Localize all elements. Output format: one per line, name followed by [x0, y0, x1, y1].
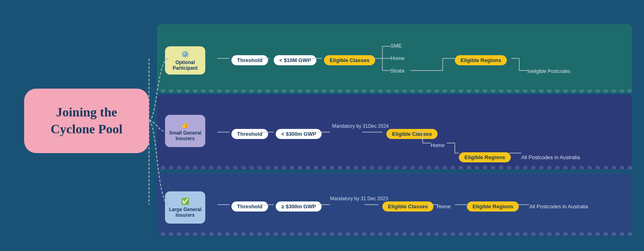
small-mandatory-text: Mandatory by 31Dec 2024: [332, 123, 389, 130]
title-box: Joining the Cyclone Pool: [24, 89, 149, 153]
optional-class-strata: Strata: [390, 68, 405, 74]
optional-eligible-classes-pill: Eligible Classes: [324, 55, 375, 65]
small-eligible-classes-pill: Eligible Classes: [386, 129, 438, 139]
large-eligible-regions-pill: Eligible Regions: [467, 201, 519, 212]
large-icon: ✅: [181, 197, 189, 205]
large-insurers-node: ✅ Large General Insurers: [165, 191, 205, 224]
small-icon: 👍: [181, 121, 189, 129]
optional-icon: ⚙️: [181, 50, 189, 58]
large-class-home: Home: [437, 203, 451, 210]
large-regions-note: All Postcodes in Australia: [529, 203, 588, 210]
small-regions-note: All Postcodes in Australia: [521, 154, 580, 160]
optional-threshold-pill: Threshold: [231, 55, 268, 65]
small-gwp-pill: < $300m GWP: [276, 129, 322, 139]
row-large: ✅ Large General Insurers Threshold ≥ $30…: [157, 173, 632, 236]
optional-ineligible-postcodes: Ineligible Postcodes: [527, 68, 570, 74]
large-label: Large General Insurers: [168, 207, 202, 218]
optional-class-sme: SME: [390, 43, 402, 49]
small-label: Small General Insurers: [168, 130, 202, 141]
optional-gwp-pill: < $10M GWP: [274, 55, 316, 65]
small-insurers-node: 👍 Small General Insurers: [165, 115, 205, 147]
title-text: Joining the Cyclone Pool: [51, 104, 123, 137]
optional-eligible-regions-pill: Eligible Regions: [455, 55, 507, 65]
large-gwp-pill: ≥ $300m GWP: [276, 201, 322, 212]
large-threshold-pill: Threshold: [231, 201, 268, 212]
row-optional: ⚙️ Optional Participant Threshold < $10M…: [157, 24, 632, 93]
small-threshold-pill: Threshold: [231, 129, 268, 139]
large-mandatory-text: Mandatory by 31 Dec 2023: [330, 195, 388, 202]
large-eligible-classes-pill: Eligible Classes: [382, 201, 433, 212]
small-eligible-regions-pill: Eligible Regions: [459, 152, 511, 162]
optional-participant-node: ⚙️ Optional Participant: [165, 46, 205, 75]
row-small: 👍 Small General Insurers Threshold < $30…: [157, 95, 632, 169]
optional-label: Optional Participant: [168, 60, 202, 71]
main-container: Joining the Cyclone Pool ⚙️ Optional Par…: [0, 0, 644, 251]
small-class-home: Home: [431, 142, 445, 148]
optional-class-home: Home: [390, 55, 405, 61]
